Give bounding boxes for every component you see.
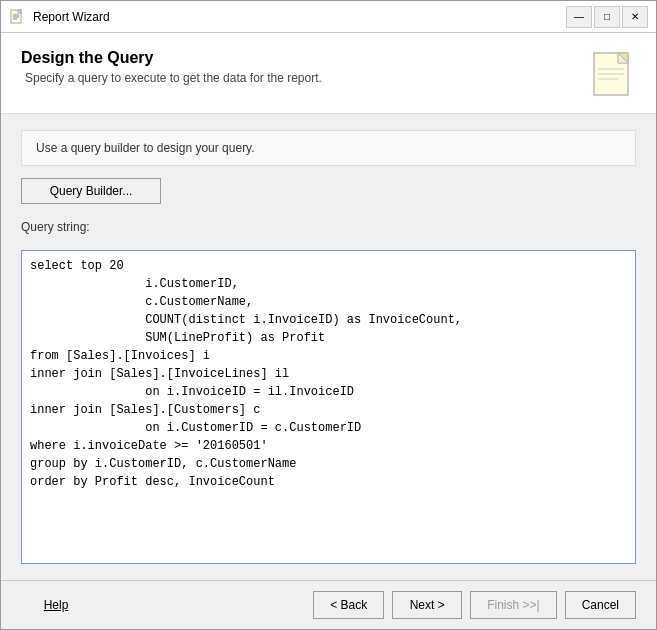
window-icon [9,9,25,25]
help-button[interactable]: Help [21,592,91,618]
close-button[interactable]: ✕ [622,6,648,28]
maximize-button[interactable]: □ [594,6,620,28]
info-text: Use a query builder to design your query… [36,141,255,155]
query-builder-button[interactable]: Query Builder... [21,178,161,204]
finish-button[interactable]: Finish >>| [470,591,556,619]
title-bar: Report Wizard — □ ✕ [1,1,656,33]
page-title: Design the Query [21,49,322,67]
svg-rect-1 [18,10,21,13]
footer-left: Help [21,592,91,618]
page-subtitle: Specify a query to execute to get the da… [25,71,322,85]
footer: Help < Back Next > Finish >>| Cancel [1,580,656,629]
report-wizard-window: Report Wizard — □ ✕ Design the Query Spe… [0,0,657,630]
content-area: Use a query builder to design your query… [1,114,656,580]
cancel-button[interactable]: Cancel [565,591,636,619]
document-icon [590,49,636,99]
title-bar-left: Report Wizard [9,9,110,25]
back-button[interactable]: < Back [313,591,384,619]
query-textarea[interactable] [21,250,636,564]
title-bar-controls: — □ ✕ [566,6,648,28]
query-string-label: Query string: [21,220,636,234]
window-title: Report Wizard [33,10,110,24]
header-section: Design the Query Specify a query to exec… [1,33,656,114]
next-button[interactable]: Next > [392,591,462,619]
minimize-button[interactable]: — [566,6,592,28]
info-box: Use a query builder to design your query… [21,130,636,166]
footer-right: < Back Next > Finish >>| Cancel [313,591,636,619]
